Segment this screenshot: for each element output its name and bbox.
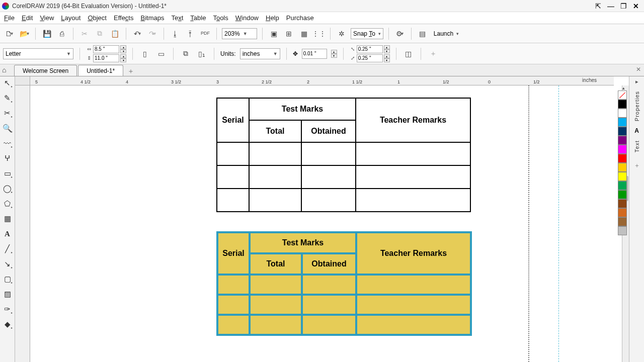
dup-x-down[interactable]: ▾ — [384, 49, 390, 53]
color-swatch[interactable] — [618, 154, 627, 163]
launch-combo[interactable]: Launch▾ — [432, 28, 461, 39]
print-button[interactable]: ⎙ — [56, 28, 68, 40]
dup-y-up[interactable]: ▴ — [384, 54, 390, 58]
guide-line[interactable] — [558, 85, 559, 362]
color-swatch[interactable] — [618, 145, 627, 154]
add-preset-button[interactable]: ＋ — [427, 48, 439, 60]
color-swatch[interactable] — [618, 100, 627, 109]
fullscreen-preview-button[interactable]: ▣ — [268, 28, 280, 40]
table-cell[interactable] — [250, 295, 302, 315]
nudge-down[interactable]: ▾ — [331, 54, 337, 58]
cell-obtained[interactable]: Obtained — [301, 120, 356, 142]
table-cell[interactable] — [301, 165, 356, 189]
maximize-button[interactable]: ❐ — [620, 2, 627, 10]
save-button[interactable]: 💾 — [41, 28, 53, 40]
tabs-close-button[interactable]: ✕ — [636, 66, 641, 73]
color-swatch[interactable] — [618, 172, 627, 181]
table-cell[interactable] — [249, 142, 301, 165]
page-width-down[interactable]: ▾ — [120, 49, 126, 53]
connector-tool[interactable]: ↘▸ — [2, 258, 13, 269]
table-cell[interactable] — [250, 275, 302, 295]
ruler-horizontal[interactable]: 54 1/243 1/232 1/221 1/211/201/2 inches — [30, 76, 614, 85]
menu-text[interactable]: Text — [171, 14, 183, 22]
new-button[interactable]: 🗋▾ — [3, 28, 15, 40]
shape-tool[interactable]: ✎▸ — [2, 93, 13, 104]
table-cell[interactable] — [217, 142, 249, 165]
show-guidelines-button[interactable]: ⋮⋮ — [313, 28, 325, 40]
table-cell[interactable] — [249, 189, 301, 212]
add-docker-button[interactable]: ＋ — [634, 161, 640, 170]
page-width-input[interactable] — [93, 45, 119, 53]
menu-window[interactable]: Window — [235, 14, 259, 22]
menu-help[interactable]: Help — [266, 14, 279, 22]
color-swatch[interactable] — [618, 127, 627, 136]
undo-button[interactable]: ↶▾ — [131, 28, 143, 40]
table-cell[interactable] — [250, 315, 302, 335]
polygon-tool[interactable]: ⬠▸ — [2, 198, 13, 209]
table-object-2[interactable]: Serial Test Marks Teacher Remarks Total … — [216, 231, 472, 336]
page-height-down[interactable]: ▾ — [120, 58, 126, 62]
cell-obtained[interactable]: Obtained — [302, 253, 356, 275]
swatch-none[interactable] — [618, 90, 627, 100]
menu-tools[interactable]: Tools — [213, 14, 228, 22]
show-grid-button[interactable]: ▦ — [298, 28, 310, 40]
dimension-tool[interactable]: ╱▸ — [2, 243, 13, 254]
dup-x-up[interactable]: ▴ — [384, 45, 390, 49]
cell-remarks[interactable]: Teacher Remarks — [356, 232, 471, 275]
menu-purchase[interactable]: Purchase — [286, 14, 314, 22]
menu-effects[interactable]: Effects — [114, 14, 134, 22]
freehand-tool[interactable]: 〰▸ — [2, 138, 13, 149]
menu-object[interactable]: Object — [88, 14, 107, 22]
menu-table[interactable]: Table — [190, 14, 206, 22]
show-rulers-button[interactable]: ⊞ — [283, 28, 295, 40]
publish-pdf-button[interactable]: PDF — [199, 28, 211, 40]
tab-untitled-1[interactable]: Untitled-1* — [78, 65, 123, 76]
drawing-canvas[interactable]: Serial Test Marks Teacher Remarks Total … — [30, 85, 614, 362]
cell-test-marks[interactable]: Test Marks — [250, 232, 356, 253]
copy-button[interactable]: ⧉ — [94, 28, 106, 40]
text-docker-icon[interactable]: A — [634, 127, 639, 134]
color-swatch[interactable] — [618, 199, 627, 208]
cut-button[interactable]: ✂ — [78, 28, 91, 40]
snap-to-combo[interactable]: Snap To▾ — [351, 28, 383, 39]
snap-off-button[interactable]: ✲ — [336, 28, 348, 40]
nudge-up[interactable]: ▴ — [331, 50, 337, 54]
table-cell[interactable] — [302, 315, 356, 335]
page-preset-combo[interactable]: Letter▼ — [3, 48, 73, 59]
table-cell[interactable] — [302, 275, 356, 295]
options-button[interactable]: ⚙▾ — [394, 28, 406, 40]
table-cell[interactable] — [249, 165, 301, 189]
menu-edit[interactable]: Edit — [22, 14, 33, 22]
drop-shadow-tool[interactable]: ▢▸ — [2, 274, 13, 285]
color-swatch[interactable] — [618, 217, 627, 226]
ellipse-tool[interactable]: ◯▸ — [2, 183, 13, 194]
dup-y-input[interactable] — [357, 54, 383, 62]
treat-as-filled-button[interactable]: ◫ — [403, 48, 415, 60]
close-button[interactable]: ✕ — [633, 2, 639, 10]
table-cell[interactable] — [217, 189, 249, 212]
menu-file[interactable]: File — [4, 14, 15, 22]
new-tab-button[interactable]: ＋ — [127, 67, 134, 76]
rectangle-tool[interactable]: ▭▸ — [2, 168, 13, 179]
table-cell[interactable] — [356, 315, 471, 335]
dup-y-down[interactable]: ▾ — [384, 58, 390, 62]
table-cell[interactable] — [356, 142, 470, 165]
color-swatch[interactable] — [618, 118, 627, 127]
import-button[interactable]: ⭳ — [169, 28, 181, 40]
table-object-1[interactable]: Serial Test Marks Teacher Remarks Total … — [216, 98, 471, 212]
cell-total[interactable]: Total — [250, 253, 302, 275]
table-cell[interactable] — [301, 189, 356, 212]
table-cell[interactable] — [302, 295, 356, 315]
ruler-origin[interactable] — [15, 76, 30, 85]
table-cell[interactable] — [217, 165, 249, 189]
transparency-tool[interactable]: ▨ — [2, 289, 13, 300]
export-icon[interactable]: ⇱ — [595, 2, 601, 10]
color-swatch[interactable] — [618, 181, 627, 190]
eyedropper-tool[interactable]: ✑▸ — [2, 304, 13, 315]
portrait-button[interactable]: ▯ — [139, 48, 151, 60]
table-cell[interactable] — [356, 165, 470, 189]
color-swatch[interactable] — [618, 136, 627, 145]
fill-tool[interactable]: ◆▸ — [2, 319, 13, 330]
nudge-input[interactable] — [302, 49, 327, 59]
all-pages-button[interactable]: ⧉ — [180, 48, 192, 60]
